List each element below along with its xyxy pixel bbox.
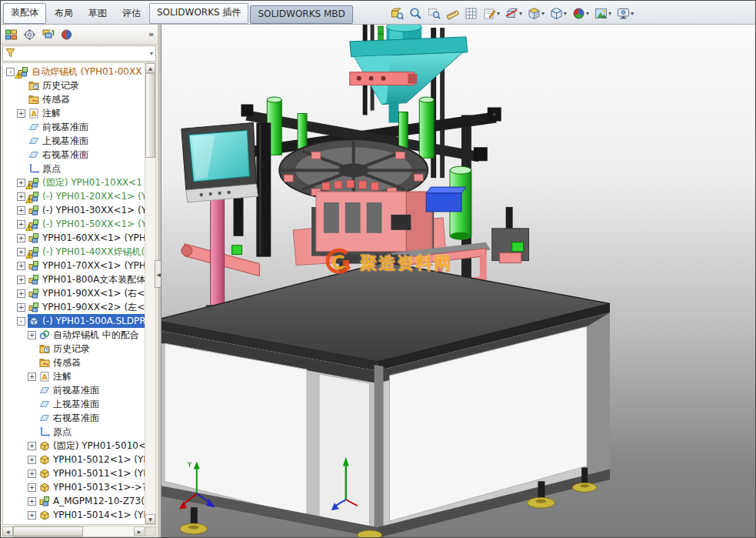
vertical-scroll-track[interactable] xyxy=(145,73,155,514)
tree-item[interactable]: 原点 xyxy=(3,425,145,439)
tree-item-label: 上视基准面 xyxy=(42,135,88,148)
propertymanager-tab[interactable] xyxy=(23,28,36,41)
section-view-icon[interactable]: ▾ xyxy=(504,3,524,24)
tree-item[interactable]: +YPH01-90XX<1> (右<<右 xyxy=(3,286,145,300)
expand-icon[interactable]: + xyxy=(17,206,25,215)
tree-item[interactable]: +YPH01-90XX<2> (左<<左 xyxy=(3,300,145,314)
tree-filter-bar[interactable]: ▾ xyxy=(2,45,156,62)
tree-item[interactable]: +YPH01-5013<1>->? (Y xyxy=(3,480,145,494)
filter-caret-icon[interactable]: ▾ xyxy=(150,50,153,57)
tree-item-label: 注解 xyxy=(42,107,61,120)
tree-filter-input[interactable] xyxy=(18,47,148,60)
tree-item[interactable]: 前视基准面 xyxy=(3,383,145,397)
expand-icon[interactable]: + xyxy=(17,109,25,118)
tree-item[interactable]: +YPH01-70XX<1> (YPH01- xyxy=(3,259,145,272)
tree-horizontal-scrollbar[interactable]: ◀ ▶ xyxy=(2,526,156,536)
tree-item[interactable]: 历史记录 xyxy=(3,342,145,356)
tree-item[interactable]: +YPH01-60XX<1> (YPH01- xyxy=(3,231,145,245)
component-preview-icon[interactable] xyxy=(389,3,405,24)
tree-item[interactable]: 前视基准面 xyxy=(3,120,145,134)
tree-item[interactable]: +YPH01-5014<1> (YPH xyxy=(3,508,145,522)
expand-icon[interactable]: + xyxy=(17,234,25,242)
right-fixture xyxy=(492,207,529,263)
tree-item[interactable]: +(-) YPH01-20XX<1> (Y xyxy=(3,189,145,203)
displaymanager-tab[interactable] xyxy=(60,28,73,41)
horizontal-scroll-track[interactable] xyxy=(13,526,134,537)
collapse-icon[interactable]: - xyxy=(6,68,15,76)
vertical-scroll-thumb[interactable] xyxy=(145,73,155,158)
tree-item[interactable]: +(固定) YPH01-10XX<1 xyxy=(3,175,145,189)
tree-item[interactable]: +A注解 xyxy=(3,369,145,383)
expand-icon[interactable]: + xyxy=(28,511,36,520)
plane-icon xyxy=(28,122,40,132)
tree-item[interactable]: +YPH01-5012<1> (YPH xyxy=(3,453,145,466)
configurationmanager-tab[interactable] xyxy=(42,28,55,41)
tree-item[interactable]: +YPH01-5011<1> (YPH xyxy=(3,466,145,480)
tree-item[interactable]: 上视基准面 xyxy=(3,397,145,411)
scroll-left-icon[interactable]: ◀ xyxy=(2,526,13,536)
expand-icon[interactable]: + xyxy=(17,289,25,298)
tree-item[interactable]: +(-) YPH01-30XX<1> (YPH xyxy=(3,203,145,217)
panel-expand-chevron[interactable]: » xyxy=(148,29,154,39)
tree-item[interactable]: 右视基准面 xyxy=(3,148,145,162)
expand-icon[interactable]: + xyxy=(17,192,25,201)
expand-icon[interactable]: + xyxy=(17,276,25,284)
tree-item[interactable]: 右视基准面 xyxy=(3,411,145,425)
view-orientation-icon[interactable]: ▾ xyxy=(526,3,546,24)
markup-icon[interactable]: ▾ xyxy=(481,3,501,24)
scroll-down-icon[interactable]: ▼ xyxy=(145,514,155,524)
feature-panel: » ▾ -自动焊锡机 (YPH01-00XX历史记录传感器+A注解前视基准面上视… xyxy=(1,25,158,537)
tab-solidworks-addins[interactable]: SOLIDWORKS 插件 xyxy=(149,3,248,24)
tree-vertical-scrollbar[interactable]: ▲ ▼ xyxy=(145,63,155,524)
collapse-icon[interactable]: - xyxy=(17,317,25,326)
tree-item[interactable]: -(-) YPH01-500A.SLDPRT< xyxy=(3,314,145,328)
zoom-to-fit-icon[interactable] xyxy=(408,3,424,24)
scroll-right-icon[interactable]: ▶ xyxy=(134,526,145,536)
tree-item[interactable]: +A_MGPM12-10-Z73(0 xyxy=(3,494,145,508)
expand-icon[interactable]: + xyxy=(28,497,36,506)
expand-icon[interactable]: + xyxy=(28,442,36,450)
asm-icon xyxy=(39,496,51,506)
view-settings-icon[interactable]: ▾ xyxy=(615,3,635,24)
expand-icon[interactable]: + xyxy=(17,262,25,270)
expand-icon[interactable]: + xyxy=(17,179,25,187)
measure-icon[interactable] xyxy=(445,3,461,24)
expand-icon[interactable]: + xyxy=(28,373,36,381)
horizontal-scroll-thumb[interactable] xyxy=(13,526,83,536)
tree-item[interactable]: +A注解 xyxy=(3,106,145,120)
mass-properties-icon[interactable] xyxy=(463,3,479,24)
expand-icon[interactable]: + xyxy=(28,331,36,339)
tree-item[interactable]: 上视基准面 xyxy=(3,134,145,148)
tab-assembly[interactable]: 装配体 xyxy=(3,3,46,24)
tree-item-label: 自动焊锡机 中的配合 xyxy=(53,329,139,342)
tree-item[interactable]: +YPH01-800A文本装配体<1 xyxy=(3,272,145,286)
tab-solidworks-mbd[interactable]: SOLIDWORKS MBD xyxy=(250,5,352,24)
display-style-icon[interactable]: ▾ xyxy=(548,3,568,24)
selected-part-highlight[interactable] xyxy=(426,187,466,212)
tab-sketch[interactable]: 草图 xyxy=(82,5,114,24)
expand-icon[interactable]: + xyxy=(28,469,36,478)
featuremanager-tab[interactable] xyxy=(5,28,18,41)
tree-item[interactable]: -自动焊锡机 (YPH01-00XX xyxy=(3,65,145,79)
expand-icon[interactable]: + xyxy=(28,456,36,464)
tree-item[interactable]: 历史记录 xyxy=(3,79,145,92)
tree-item[interactable]: +(-) YPH01-50XX<1> (Y xyxy=(3,217,145,231)
tree-item[interactable]: +(固定) YPH01-5010<1> xyxy=(3,439,145,453)
expand-icon[interactable]: + xyxy=(17,303,25,312)
expand-icon[interactable]: + xyxy=(28,483,36,492)
zoom-area-icon[interactable] xyxy=(426,3,442,24)
graphics-viewport[interactable]: Y 聚造资料网 xyxy=(161,25,755,537)
tree-item[interactable]: 传感器 xyxy=(3,92,145,106)
tree-item[interactable]: +(-) YPH01-40XX焊锡机( xyxy=(3,245,145,259)
scroll-up-icon[interactable]: ▲ xyxy=(145,63,155,73)
expand-icon[interactable]: + xyxy=(17,248,25,256)
asm-icon xyxy=(28,177,40,188)
tree-item[interactable]: 原点 xyxy=(3,162,145,175)
tab-evaluate[interactable]: 评估 xyxy=(115,5,148,24)
expand-icon[interactable]: + xyxy=(17,220,25,229)
edit-appearance-icon[interactable]: ▾ xyxy=(571,3,591,24)
tree-item[interactable]: 传感器 xyxy=(3,356,145,369)
tree-item[interactable]: +自动焊锡机 中的配合 xyxy=(3,328,145,342)
apply-scene-icon[interactable]: ▾ xyxy=(593,3,613,24)
tab-layout[interactable]: 布局 xyxy=(48,5,80,24)
